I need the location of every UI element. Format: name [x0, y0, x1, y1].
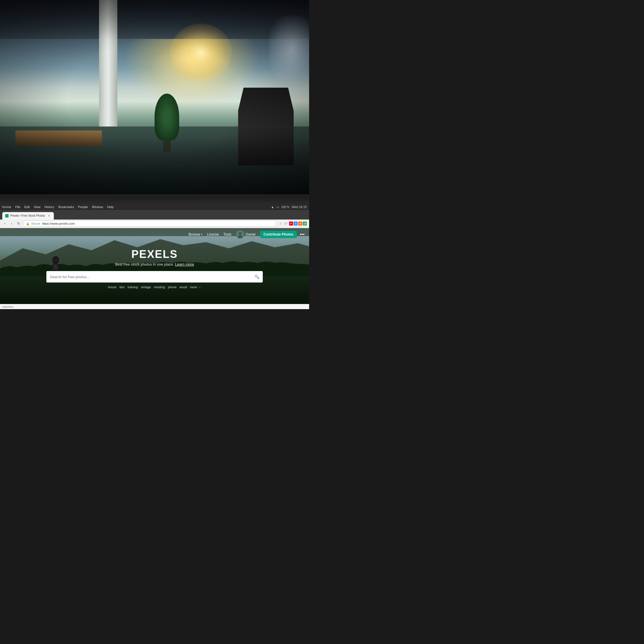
- battery-percent: 100 %: [281, 206, 289, 209]
- tab-favicon: [5, 214, 9, 218]
- browser-window: hrome File Edit View History Bookmarks P…: [0, 204, 309, 309]
- monitor-border: [0, 195, 309, 204]
- subtitle-text: Best free stock photos in one place.: [115, 262, 174, 266]
- toolbar-icons: ☆ 🛡 P G M ☑: [278, 221, 307, 226]
- pexels-logo: PEXELS: [46, 248, 263, 260]
- browser-tab-pexels[interactable]: Pexels • Free Stock Photos ✕: [2, 212, 54, 220]
- ceiling: [0, 0, 309, 39]
- ext-3[interactable]: ☑: [303, 222, 307, 226]
- tabbar: Pexels • Free Stock Photos ✕: [0, 210, 309, 220]
- nav-browse[interactable]: Browse ▾: [189, 232, 202, 236]
- search-container: 🔍: [46, 271, 263, 283]
- plant-stem: [163, 140, 171, 152]
- learn-more-link[interactable]: Learn more: [175, 262, 194, 266]
- nav-username: Daniel: [246, 232, 256, 236]
- tag-training[interactable]: training: [128, 285, 138, 289]
- table: [15, 131, 102, 146]
- tag-vintage[interactable]: vintage: [141, 285, 151, 289]
- tag-wood[interactable]: wood: [179, 285, 187, 289]
- shield-icon[interactable]: 🛡: [284, 221, 288, 226]
- ext-1[interactable]: G: [294, 222, 298, 226]
- menubar-file[interactable]: File: [15, 205, 20, 209]
- menubar-edit[interactable]: Edit: [24, 205, 30, 209]
- tag-more[interactable]: more →: [190, 285, 201, 289]
- menubar-left: hrome File Edit View History Bookmarks P…: [2, 205, 114, 209]
- forward-button[interactable]: ›: [9, 221, 14, 226]
- menubar-view[interactable]: View: [34, 205, 41, 209]
- menubar-people[interactable]: People: [78, 205, 88, 209]
- nav-license[interactable]: License: [207, 232, 219, 236]
- back-button[interactable]: ‹: [2, 221, 7, 226]
- pexels-navbar: Browse ▾ License Tools Daniel Contribute…: [0, 228, 309, 241]
- website-content: Browse ▾ License Tools Daniel Contribute…: [0, 228, 309, 309]
- search-icon: 🔍: [254, 274, 259, 279]
- tab-close-button[interactable]: ✕: [47, 214, 51, 218]
- search-input[interactable]: [50, 275, 252, 279]
- menubar-right: ▲ ▭ 100 % Wed 16:15: [271, 205, 307, 209]
- refresh-button[interactable]: ↻: [16, 221, 21, 226]
- menubar-appname[interactable]: hrome: [2, 205, 11, 209]
- wifi-icon: ▲: [271, 205, 274, 209]
- url-text: https://www.pexels.com: [42, 222, 75, 225]
- contribute-button[interactable]: Contribute Photos: [260, 231, 297, 238]
- menubar-window[interactable]: Window: [92, 205, 103, 209]
- ext-pinterest[interactable]: P: [289, 222, 293, 226]
- column: [99, 0, 118, 127]
- window-glow-main: [170, 23, 232, 82]
- window-glow-right: [269, 15, 309, 84]
- extension-icons: P G M ☑: [289, 222, 307, 226]
- plant-leaves: [155, 94, 179, 140]
- plant: [155, 94, 179, 152]
- tag-phone[interactable]: phone: [168, 285, 177, 289]
- clock: Wed 16:15: [292, 205, 307, 209]
- ext-2[interactable]: M: [298, 222, 302, 226]
- nav-tools[interactable]: Tools: [223, 232, 231, 236]
- url-bar[interactable]: 🔒 Secure https://www.pexels.com: [23, 220, 276, 227]
- menubar: hrome File Edit View History Bookmarks P…: [0, 204, 309, 210]
- hero-content: PEXELS Best free stock photos in one pla…: [46, 248, 263, 289]
- bookmark-icon[interactable]: ☆: [278, 221, 283, 226]
- tag-house[interactable]: house: [108, 285, 116, 289]
- background-photo: [0, 0, 309, 195]
- more-menu[interactable]: •••: [300, 232, 305, 237]
- browse-label: Browse: [189, 232, 200, 236]
- lock-icon: 🔒: [26, 222, 29, 225]
- svg-point-5: [239, 232, 242, 235]
- nav-avatar[interactable]: [236, 230, 244, 238]
- tag-blur[interactable]: blur: [119, 285, 125, 289]
- battery-icon: ▭: [276, 206, 279, 209]
- statusbar: Searches: [0, 304, 309, 309]
- tab-label: Pexels • Free Stock Photos: [10, 214, 45, 217]
- menubar-bookmarks[interactable]: Bookmarks: [58, 205, 74, 209]
- chair: [238, 88, 294, 165]
- tags-row: house blur training vintage meeting phon…: [46, 285, 263, 289]
- menubar-history[interactable]: History: [45, 205, 54, 209]
- browse-chevron: ▾: [201, 233, 202, 236]
- menubar-help[interactable]: Help: [107, 205, 114, 209]
- secure-label: Secure: [31, 222, 40, 225]
- tag-meeting[interactable]: meeting: [154, 285, 165, 289]
- statusbar-text: Searches: [2, 305, 13, 308]
- addressbar: ‹ › ↻ 🔒 Secure https://www.pexels.com ☆ …: [0, 220, 309, 228]
- hero-subtitle: Best free stock photos in one place. Lea…: [46, 262, 263, 266]
